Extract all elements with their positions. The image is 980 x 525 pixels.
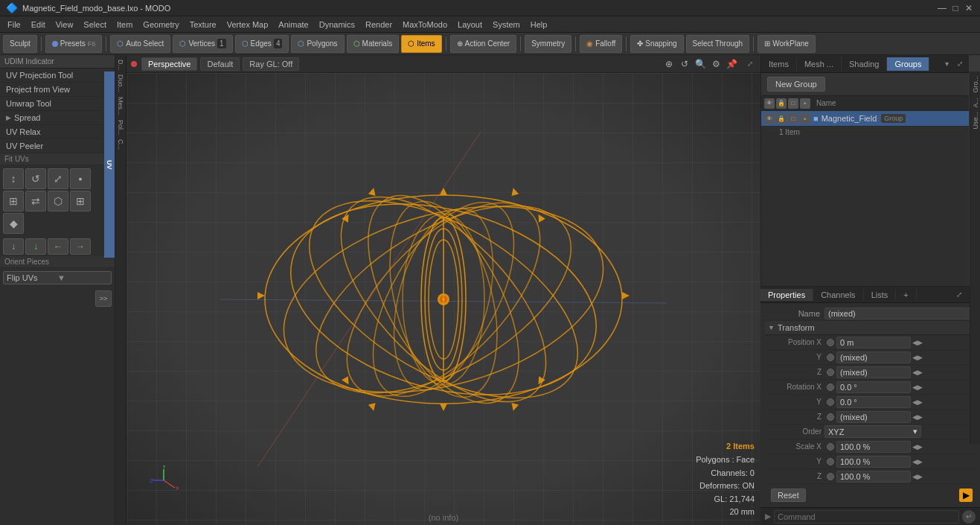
order-dropdown[interactable]: XYZ ▾ <box>824 425 921 438</box>
tool-icon-6[interactable]: ⇄ <box>25 191 46 211</box>
rot-x-arrow[interactable]: ◀▶ <box>912 384 923 391</box>
side-strip-mesh[interactable]: Mes... <box>115 95 126 117</box>
tool-icon-2[interactable]: ↺ <box>25 168 46 189</box>
reset-button[interactable]: Reset <box>771 489 806 502</box>
viewport-orient-icon[interactable]: ⊕ <box>662 57 676 71</box>
falloff-button[interactable]: ◉ Falloff <box>580 35 622 53</box>
perspective-tab[interactable]: Perspective <box>141 57 197 71</box>
scale-y-value[interactable]: 100.0 % <box>836 456 911 468</box>
vis-icon[interactable]: □ <box>788 113 798 124</box>
scale-z-value[interactable]: 100.0 % <box>836 471 911 483</box>
pos-x-arrow[interactable]: ◀▶ <box>912 339 923 346</box>
menu-select[interactable]: Select <box>79 19 111 31</box>
rot-x-value[interactable]: 0.0 ° <box>836 381 911 393</box>
menu-vertexmap[interactable]: Vertex Map <box>222 19 273 31</box>
tool-icon-7[interactable]: ⬡ <box>48 191 68 211</box>
pos-x-circle[interactable] <box>827 339 834 346</box>
flip-uvs-dropdown[interactable]: Flip UVs ▼ <box>3 271 112 284</box>
menu-system[interactable]: System <box>488 19 525 31</box>
strip-use[interactable]: Use... <box>970 110 981 131</box>
viewport-settings-icon[interactable]: ⚙ <box>709 57 723 71</box>
menu-edit[interactable]: Edit <box>27 19 50 31</box>
dot-icon[interactable]: ▪ <box>800 113 810 124</box>
side-strip-d[interactable]: D... <box>115 58 126 71</box>
side-strip-c[interactable]: C... <box>115 138 126 151</box>
tool-icon-5[interactable]: ⊞ <box>3 191 24 211</box>
command-input[interactable] <box>774 510 959 524</box>
pos-z-value[interactable]: (mixed) <box>836 366 911 378</box>
pos-y-value[interactable]: (mixed) <box>836 351 911 363</box>
name-value[interactable]: (mixed) <box>824 308 976 319</box>
scale-x-value[interactable]: 100.0 % <box>836 441 911 453</box>
props-tab-properties[interactable]: Properties <box>760 289 813 301</box>
scale-x-circle[interactable] <box>827 443 834 451</box>
rot-x-circle[interactable] <box>827 384 834 391</box>
strip-gro[interactable]: Gro... <box>970 74 981 95</box>
menu-layout[interactable]: Layout <box>453 19 487 31</box>
menu-geometry[interactable]: Geometry <box>138 19 183 31</box>
menu-animate[interactable]: Animate <box>274 19 313 31</box>
arrow-right[interactable]: → <box>70 238 91 255</box>
menu-item[interactable]: Item <box>112 19 137 31</box>
lock-icon[interactable]: 🔒 <box>776 113 787 124</box>
uv-relax[interactable]: UV Relax <box>0 125 115 139</box>
side-strip-pol[interactable]: Pol... <box>115 118 126 137</box>
viewport-expand-icon[interactable]: ⤢ <box>744 58 756 70</box>
spread-tool[interactable]: ▶ Spread <box>0 111 115 125</box>
tab-items[interactable]: Items <box>761 57 797 71</box>
scale-z-arrow[interactable]: ◀▶ <box>912 473 923 480</box>
tool-icon-9[interactable]: ◆ <box>3 213 24 234</box>
uv-peeler[interactable]: UV Peeler <box>0 139 115 153</box>
rot-z-circle[interactable] <box>827 413 834 421</box>
rot-z-value[interactable]: (mixed) <box>836 411 911 423</box>
select-through-button[interactable]: Select Through <box>686 35 750 53</box>
scale-y-arrow[interactable]: ◀▶ <box>912 458 923 465</box>
col-eye[interactable]: 👁 <box>764 98 775 109</box>
tool-icon-4[interactable]: ▪ <box>70 168 91 189</box>
col-box[interactable]: □ <box>788 98 798 109</box>
col-lock[interactable]: 🔒 <box>776 98 787 109</box>
action-center-button[interactable]: ⊕ Action Center <box>450 35 517 53</box>
viewport-refresh-icon[interactable]: ↺ <box>678 57 691 71</box>
strip-a[interactable]: A... <box>970 96 981 109</box>
scale-x-arrow[interactable]: ◀▶ <box>912 443 923 451</box>
workplane-button[interactable]: ⊞ WorkPlane <box>758 35 816 53</box>
materials-button[interactable]: ⬡ Materials <box>347 35 400 53</box>
tab-shading[interactable]: Shading <box>842 57 887 71</box>
menu-dynamics[interactable]: Dynamics <box>315 19 359 31</box>
default-tab[interactable]: Default <box>200 57 240 71</box>
pos-z-arrow[interactable]: ◀▶ <box>912 369 923 376</box>
new-group-button[interactable]: New Group <box>767 77 825 92</box>
menu-texture[interactable]: Texture <box>185 19 221 31</box>
props-expand-icon[interactable]: ⤢ <box>953 289 965 301</box>
tool-icon-8[interactable]: ⊞ <box>70 191 91 211</box>
arrow-left[interactable]: ← <box>48 238 68 255</box>
tab-mesh[interactable]: Mesh ... <box>797 57 842 71</box>
edges-button[interactable]: ⬡ Edges 4 <box>235 35 289 53</box>
vertices-button[interactable]: ⬡ Vertices 1 <box>173 35 232 53</box>
presets-button[interactable]: Presets F6 <box>45 35 102 53</box>
rot-y-circle[interactable] <box>827 398 834 406</box>
raygl-tab[interactable]: Ray GL: Off <box>243 57 299 71</box>
auto-select-button[interactable]: ⬡ Auto Select <box>110 35 170 53</box>
menu-view[interactable]: View <box>51 19 78 31</box>
props-tab-add[interactable]: + <box>896 289 916 301</box>
tool-icon-1[interactable]: ↕ <box>3 168 24 189</box>
close-button[interactable]: ✕ <box>964 3 974 13</box>
project-from-view[interactable]: Project from View <box>0 83 115 97</box>
polygons-button[interactable]: ⬡ Polygons <box>291 35 344 53</box>
menu-help[interactable]: Help <box>526 19 552 31</box>
viewport-pin-icon[interactable]: 📌 <box>725 57 738 71</box>
arrow-up[interactable]: ↓ <box>25 238 46 255</box>
scale-z-circle[interactable] <box>827 473 834 480</box>
snapping-button[interactable]: ✤ Snapping <box>630 35 683 53</box>
orange-nav-arrow[interactable]: ▶ <box>959 489 973 502</box>
side-strip-duo[interactable]: Duo... <box>115 73 126 94</box>
pos-y-circle[interactable] <box>827 354 834 361</box>
sculpt-button[interactable]: Sculpt <box>3 35 37 53</box>
viewport-search-icon[interactable]: 🔍 <box>694 57 707 71</box>
menu-maxtomodo[interactable]: MaxToModo <box>398 19 452 31</box>
tab-expand[interactable]: ⤢ <box>954 58 966 70</box>
items-button[interactable]: ⬡ Items <box>401 35 441 53</box>
minimize-button[interactable]: — <box>937 3 947 13</box>
